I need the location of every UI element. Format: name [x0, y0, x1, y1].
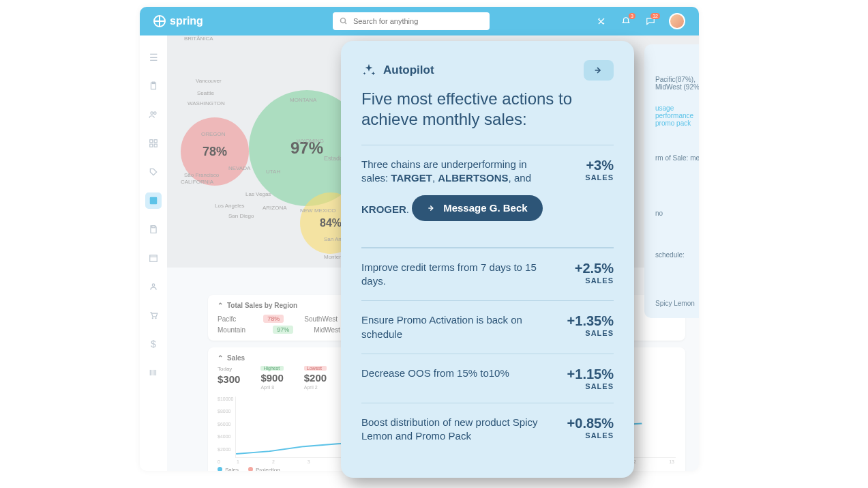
svg-rect-9 — [154, 144, 157, 147]
xtick: 1 — [237, 459, 239, 464]
region-item: MidWest — [314, 326, 340, 334]
tag-icon[interactable] — [145, 164, 162, 180]
barcode-icon[interactable] — [145, 364, 162, 381]
action-text: Ensure Promo Activation is back on sched… — [361, 313, 552, 341]
metric-pct: +1.15% — [567, 367, 614, 382]
metric-lbl: SALES — [567, 382, 614, 390]
map-label: Vancouver — [196, 78, 222, 84]
dashboard-icon[interactable] — [145, 192, 162, 209]
region-item: SouthWest — [304, 315, 338, 323]
legend-label: Sales — [225, 467, 239, 471]
avatar[interactable] — [669, 13, 685, 29]
region-pct: 78% — [263, 315, 284, 323]
svg-rect-19 — [153, 370, 153, 375]
cart-icon[interactable] — [145, 307, 162, 324]
search-icon — [340, 17, 348, 25]
svg-rect-12 — [150, 255, 158, 261]
svg-point-5 — [154, 112, 157, 115]
map-label: Seattle — [197, 90, 214, 96]
svg-rect-20 — [154, 370, 155, 375]
tools-icon[interactable] — [595, 15, 608, 27]
chevron-up-icon[interactable]: ⌃ — [218, 302, 223, 309]
map-label: WYOMING — [297, 138, 324, 144]
chat-icon[interactable]: 32 — [644, 15, 657, 27]
svg-rect-18 — [151, 370, 152, 375]
metric-lbl: SALES — [567, 431, 614, 440]
map-label: NEVADA — [228, 165, 250, 171]
calendar-icon[interactable] — [145, 250, 162, 266]
chevron-up-icon[interactable]: ⌃ — [218, 354, 223, 362]
panel-text: rm of Sale: messaged he didn't — [655, 154, 699, 162]
metric-pct: +1.35% — [567, 313, 614, 329]
metric-lbl: SALES — [567, 329, 614, 337]
modal-title: Autopilot — [383, 63, 577, 77]
svg-point-15 — [152, 318, 153, 319]
panel-link[interactable]: usage — [655, 104, 699, 112]
clipboard-icon[interactable] — [145, 78, 162, 94]
action-metric: +3% SALES — [585, 158, 614, 182]
map-label: BRITÂNICA — [184, 35, 213, 42]
region-name: SouthWest — [304, 315, 338, 323]
metric-today: Today $300 — [218, 366, 240, 390]
users-icon[interactable] — [145, 106, 162, 123]
team-icon[interactable] — [145, 278, 162, 295]
grid-icon[interactable] — [145, 135, 162, 152]
metric-pct: +2.5% — [575, 261, 614, 276]
msg-badge: 32 — [650, 13, 660, 19]
bell-icon[interactable]: 3 — [620, 15, 632, 27]
map-label: San Diego — [228, 213, 254, 219]
menu-icon[interactable]: ☰ — [145, 49, 162, 66]
map-label: NEW MEXICO — [300, 207, 335, 214]
map-label: São Francisco — [184, 172, 219, 178]
metric-tag: Lowest — [304, 366, 327, 371]
map-label: ARIZONA — [263, 205, 287, 211]
svg-point-0 — [340, 18, 345, 23]
metric-pct: +3% — [585, 158, 614, 173]
action-item-2: Improve credit terms from 7 days to 15 d… — [361, 248, 614, 301]
ytick: $8000 — [218, 409, 233, 414]
metric-lbl: SALES — [575, 276, 614, 285]
message-button[interactable]: Message G. Beck — [412, 195, 542, 221]
metric-value: $200 — [304, 372, 327, 384]
search-bar[interactable] — [333, 12, 490, 30]
action-metric: +1.35% SALES — [567, 313, 614, 337]
sparkle-icon — [361, 63, 376, 78]
panel-text: schedule: — [655, 251, 699, 259]
save-icon[interactable] — [145, 221, 162, 238]
panel-link[interactable]: promo pack — [655, 119, 699, 127]
brand: spring — [153, 15, 203, 27]
share-button[interactable] — [584, 60, 614, 81]
metric-tag: Highest — [260, 366, 283, 371]
svg-rect-7 — [154, 140, 157, 143]
search-input[interactable] — [353, 17, 483, 25]
region-name: Mountain — [218, 326, 245, 334]
panel-text: MidWest (92%) — [655, 83, 699, 91]
modal-header: Autopilot — [361, 60, 614, 81]
ytick: $6000 — [218, 422, 233, 427]
panel-text: no — [655, 210, 699, 217]
topbar: spring 3 32 — [140, 7, 699, 35]
metric-value: $300 — [218, 373, 240, 385]
legend-dot — [218, 467, 222, 471]
svg-rect-8 — [150, 144, 153, 147]
card-title-text: Total Sales by Region — [227, 302, 297, 309]
panel-link[interactable]: performance — [655, 112, 699, 119]
svg-rect-17 — [150, 370, 151, 375]
map-label: Las Vegas — [245, 191, 271, 197]
bubble-pct: 78% — [203, 145, 227, 159]
insights-panel: Pacific(87%), MidWest (92%) usage perfor… — [644, 44, 699, 318]
action-text: Boost distribution of new product Spicy … — [361, 416, 552, 444]
action-item-5: Boost distribution of new product Spicy … — [361, 403, 614, 456]
legend-label: Projection — [256, 467, 280, 471]
topbar-actions: 3 32 — [595, 13, 685, 29]
xtick: 13 — [669, 459, 674, 464]
metric-sub: April 8 — [260, 385, 283, 390]
brand-name: spring — [170, 15, 203, 27]
action-metric: +2.5% SALES — [575, 261, 614, 285]
legend-dot — [248, 467, 253, 471]
panel-text: Spicy Lemon — [655, 300, 699, 307]
ytick: $10000 — [218, 397, 233, 401]
action-item-3: Ensure Promo Activation is back on sched… — [361, 300, 614, 354]
svg-rect-6 — [150, 140, 153, 143]
dollar-icon[interactable]: $ — [145, 336, 162, 352]
